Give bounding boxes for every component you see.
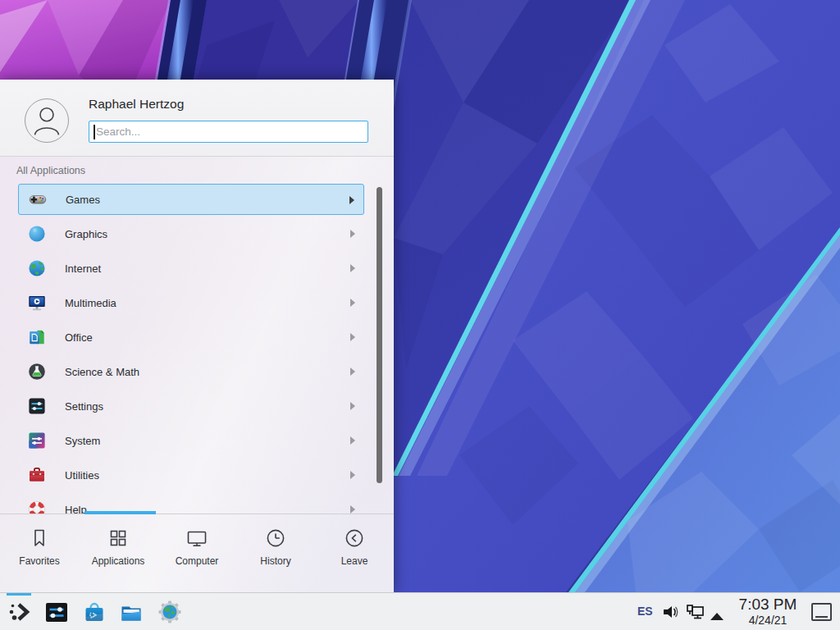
- submenu-arrow-icon: [350, 264, 355, 272]
- submenu-arrow-icon: [350, 368, 355, 376]
- user-icon: [25, 99, 68, 142]
- tab-label: Applications: [92, 555, 145, 567]
- category-office[interactable]: Office: [18, 322, 364, 353]
- tab-leave[interactable]: Leave: [315, 517, 394, 592]
- category-system[interactable]: System: [18, 425, 364, 456]
- category-label: Multimedia: [65, 297, 116, 309]
- category-help[interactable]: Help: [18, 494, 364, 514]
- category-settings[interactable]: Settings: [18, 390, 364, 422]
- submenu-arrow-icon: [350, 230, 355, 238]
- category-label: Help: [65, 504, 87, 514]
- tab-favorites[interactable]: Favorites: [0, 517, 79, 592]
- search-input[interactable]: Search...: [89, 121, 368, 143]
- tab-label: Leave: [341, 555, 368, 567]
- discover-button[interactable]: [82, 600, 107, 624]
- bookmark-icon: [28, 527, 51, 550]
- category-games[interactable]: Games: [18, 184, 364, 215]
- leave-icon: [343, 527, 366, 550]
- scrollbar-thumb[interactable]: [377, 187, 382, 483]
- system-icon: [27, 431, 47, 450]
- category-label: Settings: [65, 400, 103, 413]
- category-science-math[interactable]: Science & Math: [18, 356, 364, 387]
- multimedia-icon: [27, 293, 47, 313]
- tab-computer[interactable]: Computer: [158, 517, 236, 592]
- app-grid-icon: [107, 527, 130, 550]
- search-placeholder: Search...: [96, 121, 140, 142]
- expand-tray-button[interactable]: [710, 609, 724, 623]
- wired-network-icon: [686, 603, 705, 621]
- tabbar-separator: [0, 514, 394, 514]
- launcher-tabbar: Favorites Applications Computer: [0, 517, 394, 592]
- monitor-icon: [185, 527, 208, 550]
- category-list: Games Graphics Intern: [0, 178, 394, 514]
- digital-clock[interactable]: 7:03 PM 4/24/21: [732, 595, 804, 627]
- category-internet[interactable]: Internet: [18, 253, 364, 284]
- text-cursor: [94, 125, 95, 139]
- category-label: Games: [66, 194, 100, 206]
- system-settings-icon: [44, 600, 69, 624]
- taskbar: ES 7:03 PM 4/24/21: [0, 592, 840, 630]
- submenu-arrow-icon: [349, 196, 354, 204]
- network-button[interactable]: [686, 603, 705, 624]
- category-label: Graphics: [65, 228, 107, 240]
- category-label: Internet: [65, 262, 101, 275]
- launcher-header: Raphael Hertzog Search...: [0, 80, 394, 157]
- clock-time: 7:03 PM: [732, 595, 804, 614]
- submenu-arrow-icon: [350, 471, 355, 479]
- science-flask-icon: [27, 362, 47, 381]
- category-utilities[interactable]: Utilities: [18, 459, 364, 491]
- user-name: Raphael Hertzog: [89, 97, 184, 112]
- browser-globe-icon: [158, 600, 182, 624]
- application-launcher-menu: Raphael Hertzog Search... All Applicatio…: [0, 80, 394, 592]
- category-label: Office: [65, 331, 93, 344]
- system-settings-button[interactable]: [44, 600, 69, 624]
- office-icon: [27, 327, 47, 347]
- category-label: Science & Math: [65, 366, 139, 378]
- category-graphics[interactable]: Graphics: [18, 218, 364, 249]
- clock-date: 4/24/21: [732, 614, 804, 627]
- tab-label: Favorites: [19, 555, 59, 567]
- submenu-arrow-icon: [350, 505, 355, 514]
- section-label: All Applications: [16, 165, 85, 176]
- volume-icon: [661, 603, 679, 621]
- category-label: Utilities: [65, 469, 99, 482]
- help-lifebuoy-icon: [27, 500, 47, 514]
- application-launcher-button[interactable]: [7, 600, 32, 624]
- user-avatar[interactable]: [25, 98, 69, 143]
- volume-button[interactable]: [661, 603, 679, 624]
- tab-label: Computer: [176, 555, 219, 567]
- clock-icon: [264, 527, 287, 550]
- submenu-arrow-icon: [350, 333, 355, 341]
- desktop: { "user": { "name": "Raphael Hertzog" },…: [0, 0, 840, 630]
- submenu-arrow-icon: [350, 402, 355, 410]
- settings-sliders-icon: [27, 396, 47, 416]
- expand-tray-icon: [710, 613, 724, 620]
- games-icon: [28, 189, 48, 209]
- discover-icon: [82, 600, 107, 624]
- file-manager-button[interactable]: [119, 600, 144, 624]
- tab-applications[interactable]: Applications: [79, 517, 158, 592]
- category-multimedia[interactable]: Multimedia: [18, 287, 364, 318]
- kde-launcher-icon: [7, 600, 32, 624]
- category-label: System: [65, 435, 100, 447]
- show-desktop-button[interactable]: [811, 603, 832, 621]
- folder-icon: [119, 600, 144, 624]
- active-tab-indicator: [84, 511, 156, 514]
- internet-globe-icon: [27, 258, 47, 278]
- utilities-toolbox-icon: [27, 465, 47, 485]
- keyboard-layout-indicator[interactable]: ES: [637, 605, 653, 618]
- submenu-arrow-icon: [350, 299, 355, 307]
- tab-label: History: [260, 555, 290, 567]
- active-task-indicator: [7, 593, 31, 596]
- submenu-arrow-icon: [350, 436, 355, 445]
- tab-history[interactable]: History: [236, 517, 315, 592]
- web-browser-button[interactable]: [158, 600, 182, 624]
- graphics-icon: [27, 224, 47, 244]
- show-desktop-icon: [815, 616, 828, 618]
